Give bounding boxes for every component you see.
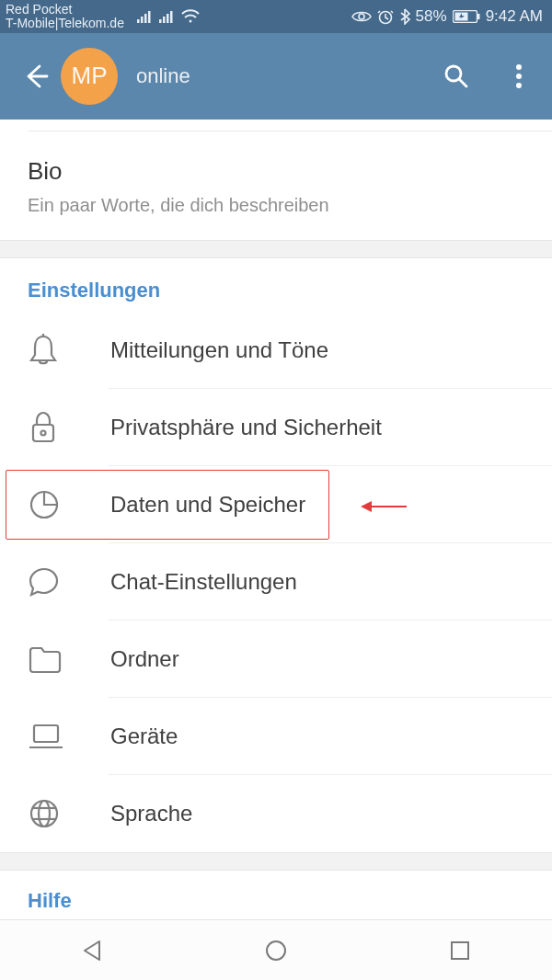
search-button[interactable] [438,58,475,95]
svg-rect-3 [148,11,151,23]
svg-rect-7 [170,11,173,23]
svg-rect-6 [167,14,169,23]
svg-point-16 [516,74,522,79]
settings-item-label: Ordner [110,646,179,672]
settings-item-devices[interactable]: Geräte [0,698,552,775]
clock-time: 9:42 AM [486,7,543,26]
status-bar: Red Pocket T-Mobile|Telekom.de 58% 9:42 … [0,0,552,33]
svg-point-8 [189,19,191,22]
signal-icon [137,10,154,23]
wifi-icon [181,9,200,24]
status-right: 58% 9:42 AM [351,7,543,26]
settings-item-label: Chat-Einstellungen [110,569,297,595]
settings-item-chat-settings[interactable]: Chat-Einstellungen [0,543,552,621]
carrier-line1: Red Pocket [6,3,124,17]
globe-icon [28,797,74,830]
svg-rect-22 [34,725,58,742]
settings-item-data-storage[interactable]: Daten und Speicher [0,466,552,543]
nav-recents-button[interactable] [432,929,488,973]
svg-rect-2 [144,14,147,23]
svg-rect-18 [33,425,53,441]
more-menu-button[interactable] [500,58,537,95]
nav-home-button[interactable] [248,929,304,973]
system-nav-bar [0,919,552,980]
status-signal-icons [137,9,200,24]
bio-title: Bio [28,157,524,186]
svg-point-24 [39,801,50,826]
svg-point-23 [31,801,57,826]
section-title-settings: Einstellungen [0,258,552,312]
settings-item-folders[interactable]: Ordner [0,621,552,698]
settings-item-label: Geräte [110,724,178,749]
signal-icon [159,10,176,23]
svg-point-25 [267,941,285,960]
bluetooth-icon [399,8,410,25]
settings-item-notifications[interactable]: Mitteilungen und Töne [0,312,552,389]
svg-rect-1 [141,17,144,23]
app-header: MP online [0,33,552,120]
bio-description: Ein paar Worte, die dich beschreiben [28,195,524,216]
battery-icon [453,10,480,23]
settings-item-label: Sprache [110,801,192,826]
section-title-help: Hilfe [0,871,552,919]
back-button[interactable] [15,56,55,97]
settings-item-label: Mitteilungen und Töne [110,337,328,363]
content-scroll[interactable]: Bio Ein paar Worte, die dich beschreiben… [0,120,552,919]
carrier-line2: T-Mobile|Telekom.de [6,17,124,30]
settings-item-privacy[interactable]: Privatsphäre und Sicherheit [0,389,552,466]
settings-item-label: Privatsphäre und Sicherheit [110,415,382,440]
folder-icon [28,644,74,674]
svg-point-19 [41,430,46,435]
lock-icon [28,410,74,445]
avatar[interactable]: MP [61,48,118,105]
carrier-label: Red Pocket T-Mobile|Telekom.de [6,3,124,30]
settings-list: Mitteilungen und Töne Privatsphäre und S… [0,312,552,852]
svg-rect-12 [477,14,480,19]
nav-back-button[interactable] [64,929,120,973]
laptop-icon [28,723,74,750]
svg-point-9 [359,14,364,19]
chat-icon [28,566,74,598]
user-status: online [136,64,190,88]
settings-item-language[interactable]: Sprache [0,775,552,852]
alarm-icon [377,8,394,25]
svg-rect-4 [159,19,162,23]
svg-rect-5 [163,17,166,23]
bio-section[interactable]: Bio Ein paar Worte, die dich beschreiben [0,131,552,240]
section-gap [0,240,552,258]
battery-percent: 58% [416,7,447,26]
section-gap [0,852,552,871]
svg-rect-26 [452,942,468,959]
avatar-initials: MP [72,62,108,90]
settings-item-label: Daten und Speicher [110,492,305,518]
svg-rect-0 [137,19,140,23]
pie-icon [28,488,74,521]
svg-point-15 [516,64,522,70]
bell-icon [28,333,74,368]
eye-icon [351,10,372,23]
svg-point-17 [516,83,522,88]
annotation-arrow-icon [359,499,408,514]
